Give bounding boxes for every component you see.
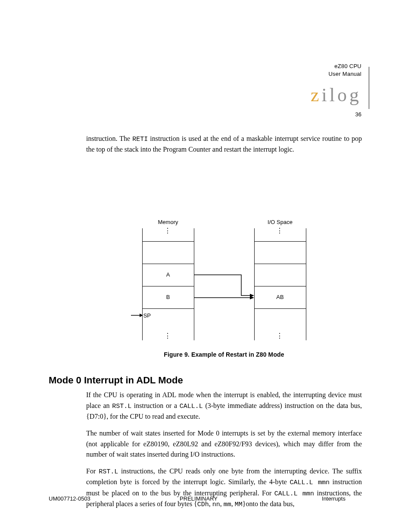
intro-text: instruction. The RETI instruction is use… [86, 134, 362, 155]
mem-vline-l [142, 228, 143, 340]
io-div-4 [254, 308, 306, 309]
sp-arrow-left-icon [131, 313, 144, 318]
mem-cell-4: B [142, 294, 194, 300]
footer-right: Interrupts [322, 495, 346, 502]
stack-io: I/O Space ⋮ AB ⋮ [254, 228, 306, 340]
logo: zilog [311, 84, 361, 106]
mem-div-1 [142, 241, 194, 242]
mem-div-4 [142, 308, 194, 309]
logo-divider [369, 67, 369, 109]
stack-memory: Memory ⋮ A B ⋮ SP [142, 228, 194, 340]
svg-marker-1 [140, 314, 143, 317]
io-cell-4: AB [254, 294, 306, 300]
header-line-2: User Manual [328, 70, 361, 78]
svg-marker-4 [250, 296, 254, 299]
io-vline-r [306, 228, 306, 340]
header-line-1: eZ80 CPU [328, 62, 361, 70]
page-number: 36 [355, 111, 361, 118]
intro-span: instruction. The RETI instruction is use… [86, 135, 362, 153]
logo-text: zilog [311, 84, 361, 106]
intro-paragraph: instruction. The RETI instruction is use… [86, 134, 362, 161]
footer-doc-label: PRELIMINARY [180, 495, 218, 502]
io-title: I/O Space [254, 219, 306, 225]
footer-doc-id: UM007712-0503 [49, 495, 90, 502]
section-title: Mode 0 Interrupt in ADL Mode [49, 375, 183, 386]
logo-rest: ilog [322, 84, 361, 106]
figure-9: Memory ⋮ A B ⋮ SP I/O Space ⋮ [129, 228, 319, 340]
page-footer: UM007712-0503 PRELIMINARY Interrupts [49, 495, 346, 502]
doc-header: eZ80 CPU User Manual [328, 62, 361, 78]
section-para-3: For RST.L instructions, the CPU reads on… [86, 466, 362, 510]
logo-z: z [311, 84, 322, 106]
section-para-2: The number of wait states inserted for M… [86, 428, 362, 460]
io-div-1 [254, 241, 306, 242]
page: eZ80 CPU User Manual zilog 36 instructio… [0, 0, 411, 532]
mem-div-3 [142, 286, 194, 286]
mem-div-2 [142, 264, 194, 264]
io-div-3 [254, 286, 306, 286]
memory-title: Memory [142, 219, 194, 225]
io-div-2 [254, 264, 306, 264]
arrow-b-to-ab-icon [194, 295, 256, 300]
mem-cell-3: A [142, 271, 194, 278]
figure-caption: Figure 9. Example of Restart in Z80 Mode [86, 351, 362, 358]
section-para-1: If the CPU is operating in ADL mode when… [86, 390, 362, 422]
